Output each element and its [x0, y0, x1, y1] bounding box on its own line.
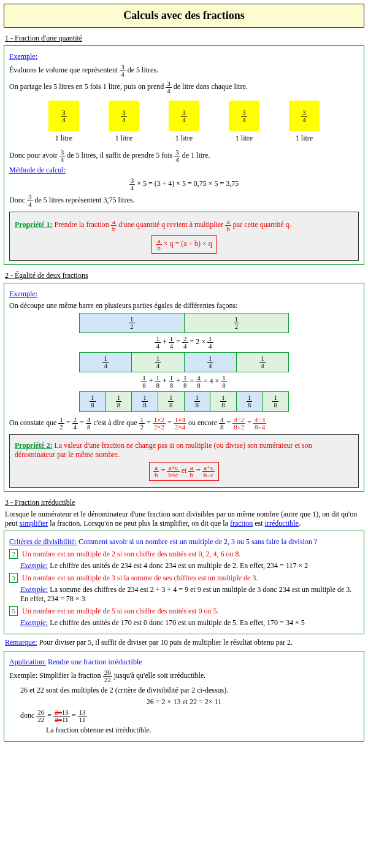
constat: On constate que 12 = 24 = 48 c'est à dir…	[9, 417, 359, 431]
litre-item: 34 1 litre	[48, 101, 79, 143]
s1-calc: 34 × 5 = (3 ÷ 4) × 5 = 0,75 × 5 = 3,75	[9, 177, 359, 191]
litre-item: 34 1 litre	[169, 101, 199, 143]
section-3-heading: 3 - Fraction irréductible	[5, 498, 363, 507]
criteres-box: Critères de divisibilité: Comment savoir…	[4, 531, 364, 634]
s1-line4: Donc 34 de 5 litres représentent 3,75 li…	[9, 194, 359, 208]
bar-halves: 12 12	[79, 313, 289, 333]
frac-3-4: 34	[120, 64, 126, 78]
remarque: Remarque: Pour diviser par 5, il suffit …	[5, 638, 363, 647]
s1-line1: Évaluons le volume que représentent 34 d…	[9, 64, 359, 78]
prop2-formula: ab = a×cb×c et ab = a÷cb÷c	[149, 462, 219, 481]
eq-eighths: 18 + 18 + 18 + 18 = 48 = 4 × 18	[9, 375, 359, 389]
section-2-heading: 2 - Égalité de deux fractions	[5, 271, 363, 280]
page-title: Calculs avec des fractions	[9, 9, 359, 22]
bar-eighths: 18 18 18 18 18 18 18 18	[79, 391, 289, 412]
s1-line3: Donc pour avoir 34 de 5 litres, il suffi…	[9, 149, 359, 163]
methode-label: Méthode de calcul:	[9, 166, 66, 174]
prop1-formula: ab × q = (a ÷ b) × q	[151, 235, 217, 254]
prop2-label: Propriété 2:	[15, 441, 52, 450]
crit-5-icon: 5	[9, 606, 18, 616]
prop1-label: Propriété 1:	[15, 220, 52, 229]
s3-intro: Lorsque le numérateur et le dénominateur…	[5, 510, 363, 528]
application-box: Application: Rendre une fraction irréduc…	[4, 651, 364, 742]
section-2-box: Exemple: On découpe une même barre en pl…	[4, 283, 364, 492]
exemple-label: Exemple:	[9, 52, 37, 61]
section-1-heading: 1 - Fraction d'une quantité	[5, 34, 363, 43]
section-1-box: Exemple: Évaluons le volume que représen…	[4, 45, 364, 265]
litre-item: 34 1 litre	[229, 101, 259, 143]
bar-quarters: 14 14 14 14	[79, 352, 289, 372]
propriete-1-box: Propriété 1: Prendre la fraction ab d'un…	[9, 212, 359, 261]
litre-row: 34 1 litre 34 1 litre 34 1 litre 34 1 li…	[34, 101, 334, 143]
litre-item: 34 1 litre	[289, 101, 320, 143]
eq-quarters: 14 + 14 = 24 = 2 × 14	[9, 336, 359, 350]
crit-3-icon: 3	[9, 573, 18, 583]
crit-2-icon: 2	[9, 549, 18, 559]
frac-3-4: 34	[166, 80, 172, 94]
page-title-box: Calculs avec des fractions	[4, 4, 364, 28]
app-line1: Exemple: Simplifier la fraction 2622 jus…	[9, 669, 359, 683]
app-calc: donc 2622 = 2×132×11 = 1311	[20, 709, 359, 723]
s1-line2: On partage les 5 litres en 5 fois 1 litr…	[9, 80, 359, 94]
propriete-2-box: Propriété 2: La valeur d'une fraction ne…	[9, 434, 359, 488]
litre-item: 34 1 litre	[109, 101, 139, 143]
